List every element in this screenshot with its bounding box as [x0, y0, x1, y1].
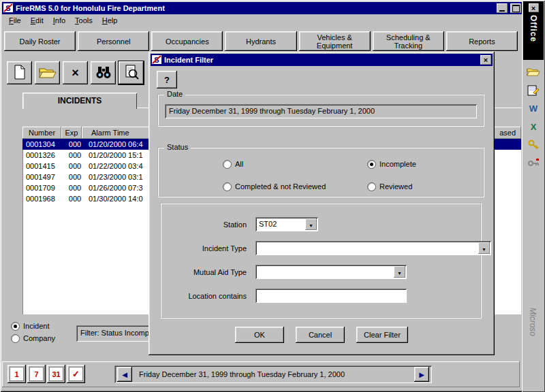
maximize-button[interactable]: [510, 3, 521, 13]
menu-edit[interactable]: Edit: [26, 15, 48, 26]
dialog-button-row: OK Cancel Clear Filter: [149, 327, 495, 343]
toolbar: [7, 61, 144, 84]
nav-tab-reports[interactable]: Reports: [446, 31, 518, 51]
date-range-field: Friday December 31, 1999 through Tuesday…: [165, 104, 477, 118]
new-document-icon: [14, 65, 26, 81]
cell-exp: 000: [65, 150, 85, 161]
incident-type-dropdown[interactable]: [255, 241, 491, 255]
radio-label: Completed & not Reviewed: [235, 182, 326, 191]
cell-number: 0001968: [22, 193, 65, 204]
dropdown-arrow-icon[interactable]: [305, 218, 317, 230]
cell-exp: 000: [65, 161, 85, 172]
tab-incidents[interactable]: INCIDENTS: [22, 93, 137, 109]
dialog-title: Incident Filter: [164, 56, 478, 64]
word-icon[interactable]: [525, 101, 542, 116]
radio-label: Incident: [23, 322, 50, 330]
radio-icon: [367, 160, 376, 169]
mutual-aid-dropdown[interactable]: [255, 265, 407, 279]
help-icon: [164, 76, 170, 84]
previous-range-button[interactable]: [117, 367, 132, 382]
nav-tab-daily-roster[interactable]: Daily Roster: [4, 31, 76, 51]
location-contains-label: Location contains: [168, 292, 255, 300]
view-radio-group: IncidentCompany: [11, 320, 55, 344]
preview-magnifier-icon: [124, 65, 139, 81]
dropdown-arrow-icon[interactable]: [394, 266, 405, 278]
window-titlebar[interactable]: S FireRMS 5.0 for Honolulu Fire Departme…: [2, 2, 523, 14]
menu-tools[interactable]: Tools: [70, 15, 97, 26]
menu-info[interactable]: Info: [48, 15, 70, 26]
nav-tab-vehicles-equipment[interactable]: Vehicles & Equipment: [299, 31, 371, 51]
left-arrow-icon: [122, 370, 127, 378]
date-group-label: Date: [164, 90, 185, 98]
nav-tab-hydrants[interactable]: Hydrants: [225, 31, 296, 51]
office-bar-header: Office: [523, 1, 544, 60]
delete-icon: [72, 67, 79, 79]
date-range-display: Friday December 31, 1999 through Tuesday…: [135, 370, 411, 378]
column-header-number[interactable]: Number: [22, 127, 61, 139]
menu-help[interactable]: Help: [97, 15, 123, 26]
folder-icon[interactable]: [525, 64, 542, 79]
station-label: Station: [168, 220, 255, 229]
delete-button[interactable]: [63, 61, 88, 84]
station-value: ST02: [255, 217, 306, 231]
office-bar-branding: Microso: [528, 308, 538, 336]
nav-tab-personnel[interactable]: Personnel: [78, 31, 149, 51]
window-title: FireRMS 5.0 for Honolulu Fire Department: [16, 4, 494, 12]
day-view-button[interactable]: 1: [7, 365, 26, 383]
clear-filter-button[interactable]: Clear Filter: [356, 327, 408, 343]
firerms-logo-icon: S: [152, 55, 161, 65]
open-button[interactable]: [35, 61, 60, 84]
cancel-button[interactable]: Cancel: [296, 327, 345, 343]
status-option-all[interactable]: All: [223, 158, 367, 170]
station-dropdown[interactable]: ST02: [255, 217, 318, 231]
nav-tab-scheduling-tracking[interactable]: Scheduling & Tracking: [373, 31, 444, 51]
nav-tab-occupancies[interactable]: Occupancies: [151, 31, 223, 51]
column-header-exp[interactable]: Exp: [61, 127, 82, 139]
new-document-button[interactable]: [7, 61, 32, 84]
ok-button[interactable]: OK: [235, 327, 284, 343]
radio-label: Company: [23, 334, 55, 342]
help-button[interactable]: [157, 71, 177, 88]
view-option-incident[interactable]: Incident: [11, 320, 55, 332]
status-option-completed-not-reviewed[interactable]: Completed & not Reviewed: [223, 180, 367, 193]
cell-exp: 000: [65, 193, 85, 204]
calendar-button-group: 1 7 31: [7, 365, 85, 383]
note-edit-icon[interactable]: [525, 82, 542, 97]
cell-exp: 000: [65, 182, 85, 193]
date-range-panel: Friday December 31, 1999 through Tuesday…: [114, 365, 432, 383]
status-option-incomplete[interactable]: Incomplete: [367, 158, 483, 170]
cell-exp: 000: [65, 172, 85, 182]
menu-file[interactable]: File: [4, 15, 26, 26]
dropdown-arrow-icon[interactable]: [478, 242, 490, 254]
incident-type-label: Incident Type: [168, 244, 255, 252]
incident-type-row: Incident Type: [161, 241, 480, 255]
keys-icon[interactable]: [525, 137, 542, 152]
next-range-button[interactable]: [414, 367, 429, 382]
dialog-titlebar[interactable]: S Incident Filter: [151, 54, 493, 66]
cell-number: 0001326: [22, 150, 65, 161]
cell-number: 0001497: [22, 172, 65, 182]
custom-range-button[interactable]: [67, 365, 85, 383]
find-button[interactable]: [91, 61, 116, 84]
excel-icon[interactable]: [525, 119, 542, 134]
access-key-icon[interactable]: [525, 156, 542, 171]
radio-icon: [223, 160, 232, 169]
office-bar-title: Office: [529, 15, 538, 42]
status-option-reviewed[interactable]: Reviewed: [367, 180, 483, 193]
dialog-close-button[interactable]: [480, 55, 491, 65]
week-view-button[interactable]: 7: [27, 365, 46, 383]
firerms-logo-icon: S: [3, 3, 13, 14]
minimize-icon: [499, 10, 505, 12]
location-contains-input[interactable]: [255, 289, 407, 303]
mutual-aid-row: Mutual Aid Type: [161, 265, 480, 279]
radio-icon: [367, 182, 376, 191]
mutual-aid-label: Mutual Aid Type: [168, 268, 255, 276]
office-close-button[interactable]: [529, 3, 539, 12]
date-group: Date Friday December 31, 1999 through Tu…: [157, 94, 484, 127]
view-option-company[interactable]: Company: [11, 332, 55, 344]
minimize-button[interactable]: [497, 3, 508, 13]
month-view-button[interactable]: 31: [47, 365, 65, 383]
radio-label: Incomplete: [379, 160, 416, 168]
preview-button[interactable]: [119, 61, 144, 84]
incident-filter-dialog: S Incident Filter Date Friday December 3…: [149, 52, 495, 355]
